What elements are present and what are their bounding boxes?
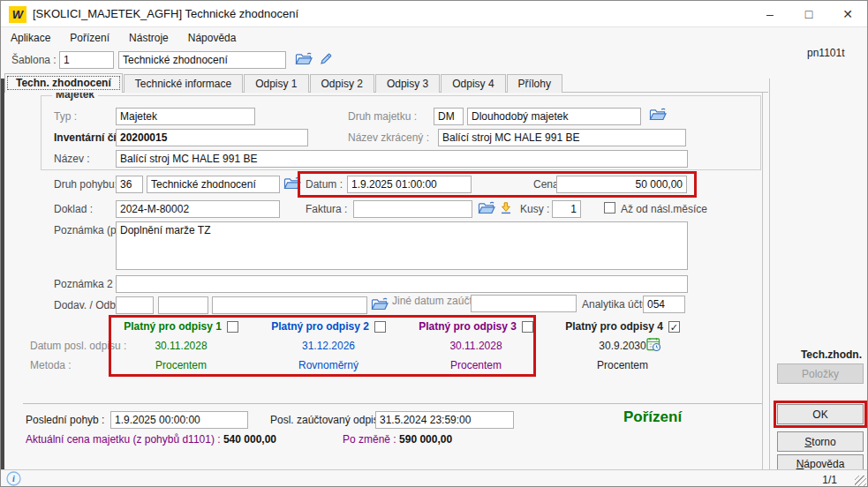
- ok-button[interactable]: OK: [777, 404, 864, 424]
- poznamka-pohybu-textarea[interactable]: Doplnění marže TZ: [116, 221, 688, 270]
- left-edge-strip: [1, 79, 4, 469]
- jine-datum-zauct-input[interactable]: [471, 295, 577, 312]
- jine-datum-zauct-label: Jiné datum zaúčt. :: [392, 295, 481, 307]
- menu-porizeni[interactable]: Pořízení: [60, 29, 119, 47]
- druh-majetku-name-input[interactable]: [467, 108, 641, 125]
- open-folder-icon[interactable]: [295, 52, 313, 66]
- tab-tech-zhodnoceni[interactable]: Techn. zhodnocení: [4, 73, 123, 93]
- faktura-label: Faktura :: [306, 203, 347, 215]
- menu-aplikace[interactable]: Aplikace: [1, 29, 60, 47]
- panel-separator: [769, 79, 770, 469]
- cena-label: Cena: [533, 178, 559, 191]
- info-icon[interactable]: [6, 471, 21, 486]
- posl-zauctovany-odpis-label: Posl. zaúčtovaný odpis :: [270, 414, 384, 426]
- doklad-input[interactable]: [116, 200, 280, 218]
- platny-odpisy-1-checkbox[interactable]: [227, 321, 238, 333]
- odpisy-2-date: 31.12.2026: [261, 340, 396, 352]
- footer-separator: [23, 403, 762, 404]
- platny-odpisy-4-checkbox[interactable]: ✓: [668, 321, 680, 333]
- platny-odpisy-2-label: Platný pro odpisy 2: [271, 320, 369, 333]
- analytika-uctu-input[interactable]: [643, 296, 685, 313]
- page-right-border: [762, 93, 763, 469]
- druh-majetku-label: Druh majetku :: [348, 110, 417, 123]
- odpisy-col-2: Platný pro odpisy 2: [261, 320, 396, 333]
- download-arrow-icon[interactable]: [499, 201, 513, 215]
- faktura-input[interactable]: [353, 200, 472, 218]
- inventarni-cislo-input[interactable]: [116, 129, 308, 146]
- datum-input[interactable]: [347, 176, 472, 193]
- druh-majetku-code-input[interactable]: [434, 108, 464, 125]
- tab-technicke-informace[interactable]: Technické informace: [124, 74, 243, 93]
- platny-odpisy-2-checkbox[interactable]: [374, 321, 386, 333]
- nazev-input[interactable]: [116, 150, 688, 168]
- menu-bar: Aplikace Pořízení Nástroje Nápověda: [1, 28, 867, 48]
- dodav-odberatel-folder-icon[interactable]: [371, 297, 389, 311]
- tab-odpisy-4[interactable]: Odpisy 4: [441, 74, 505, 93]
- page-counter: 1/1: [822, 474, 837, 486]
- posledni-pohyb-input[interactable]: [110, 411, 248, 429]
- aktualni-cena-label: Aktuální cena majetku (z pohybů d1101) :: [26, 433, 221, 446]
- doklad-label: Doklad :: [54, 203, 93, 215]
- nazev-zkraceny-input[interactable]: [438, 129, 686, 146]
- odpisy-3-date: 30.11.2028: [409, 340, 543, 352]
- druh-pohybu-name-input[interactable]: [147, 176, 280, 193]
- nazev-zkraceny-label: Název zkrácený :: [348, 131, 429, 144]
- po-zmene-label: Po změně :: [343, 433, 396, 446]
- sablona-label: Šablona :: [11, 54, 57, 66]
- az-od-nasl-mesice-checkbox[interactable]: [604, 202, 615, 214]
- druh-majetku-folder-icon[interactable]: [649, 108, 667, 122]
- posl-zauctovany-odpis-input[interactable]: [375, 411, 514, 429]
- cena-input[interactable]: [556, 176, 687, 193]
- window-title: [SKOLICI_MAJETEK_AGFH] Technické zhodnoc…: [33, 7, 298, 20]
- close-button[interactable]: ✕: [828, 1, 867, 27]
- kusy-input[interactable]: [552, 200, 581, 218]
- sablona-name-input[interactable]: [118, 51, 286, 69]
- po-zmene-value: 590 000,00: [399, 433, 452, 446]
- form-code-label: pn1101t: [807, 47, 845, 59]
- platny-odpisy-4-label: Platný pro odpisy 4: [565, 320, 663, 333]
- az-od-nasl-mesice-label: Až od násl.měsíce: [621, 203, 707, 215]
- odpisy-2-method: Rovnoměrný: [261, 359, 396, 371]
- typ-label: Typ :: [54, 110, 77, 123]
- tab-prilohy[interactable]: Přílohy: [507, 74, 562, 93]
- menu-napoveda[interactable]: Nápověda: [178, 29, 246, 47]
- platny-odpisy-1-label: Platný pro odpisy 1: [124, 320, 222, 333]
- poznamka-2-input[interactable]: [116, 275, 688, 293]
- maximize-button[interactable]: □: [789, 1, 828, 27]
- platny-odpisy-3-label: Platný pro odpisy 3: [419, 320, 517, 333]
- posledni-pohyb-label: Poslední pohyb :: [26, 414, 104, 426]
- po-zmene-row: Po změně : 590 000,00: [343, 433, 452, 446]
- tab-odpisy-1[interactable]: Odpisy 1: [244, 74, 308, 93]
- platny-odpisy-3-checkbox[interactable]: [522, 321, 533, 333]
- datum-posl-odpisu-label: Datum posl. odpisu :: [30, 340, 126, 352]
- datum-label: Datum :: [306, 178, 343, 191]
- polozky-button: Položky: [777, 363, 864, 384]
- resize-grip[interactable]: [855, 476, 866, 487]
- druh-pohybu-folder-icon[interactable]: [283, 176, 301, 191]
- odpisy-4-method: Procentem: [555, 359, 690, 371]
- storno-button[interactable]: Storno: [777, 431, 864, 452]
- faktura-folder-icon[interactable]: [478, 201, 495, 215]
- odpisy-1-date: 30.11.2028: [114, 340, 248, 352]
- edit-pencil-icon[interactable]: [319, 52, 333, 66]
- poznamka-2-label: Poznámka 2 :: [54, 278, 118, 290]
- odpisy-col-4: Platný pro odpisy 4✓: [555, 320, 690, 333]
- tab-bar: Techn. zhodnocení Technické informace Od…: [4, 73, 563, 93]
- tab-odpisy-3[interactable]: Odpisy 3: [375, 74, 440, 93]
- title-bar: W [SKOLICI_MAJETEK_AGFH] Technické zhodn…: [1, 1, 867, 27]
- dodav-odberatel-input-3[interactable]: [212, 296, 367, 314]
- tech-zhodn-section-label: Tech.zhodn.: [774, 348, 862, 361]
- menu-nastroje[interactable]: Nástroje: [119, 29, 178, 47]
- dodav-odberatel-input-1[interactable]: [116, 296, 154, 314]
- tab-odpisy-2[interactable]: Odpisy 2: [310, 74, 374, 93]
- status-bar: [1, 469, 867, 487]
- dodav-odberatel-input-2[interactable]: [158, 296, 208, 314]
- odpisy-4-date: 30.9.2030: [555, 340, 690, 352]
- minimize-button[interactable]: –: [751, 1, 789, 27]
- druh-pohybu-code-input[interactable]: [116, 176, 143, 193]
- app-logo-icon: W: [9, 6, 26, 23]
- typ-input[interactable]: [116, 108, 255, 125]
- sablona-number-input[interactable]: [59, 51, 114, 69]
- druh-pohybu-label: Druh pohybu:: [54, 178, 117, 191]
- calendar-clock-icon[interactable]: [646, 337, 660, 351]
